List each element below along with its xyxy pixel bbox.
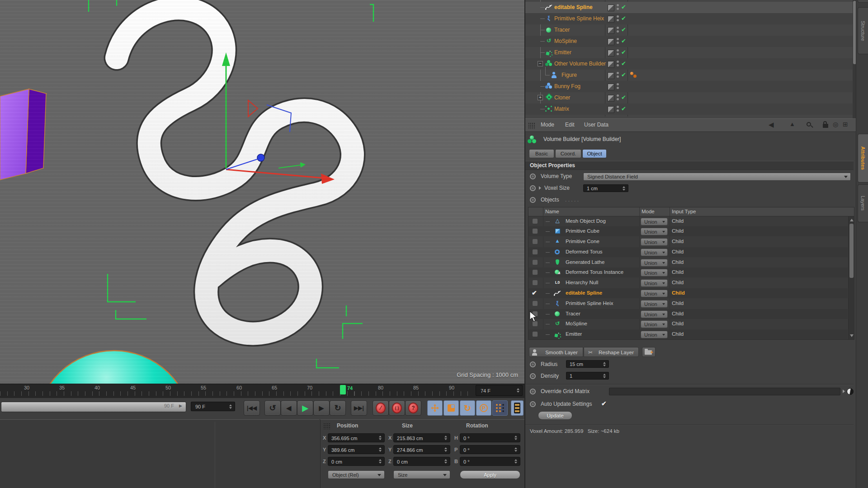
timeline-ruler[interactable]: 30 35 40 45 50 55 60 65 70 80 85 90 74 7… (0, 384, 524, 398)
row-checkbox[interactable] (532, 331, 538, 337)
mode-dropdown[interactable]: Union (641, 300, 668, 308)
enable-check-icon[interactable]: ✔ (621, 49, 626, 56)
row-checkbox[interactable] (532, 249, 538, 255)
enable-check-icon[interactable]: ✔ (621, 105, 626, 112)
table-row[interactable]: △ Mesh Object Dog Union Child (528, 216, 848, 226)
smooth-layer-button[interactable]: Smooth Layer (529, 347, 583, 357)
radius-field[interactable]: 15 cm (566, 360, 609, 368)
parent-up-icon[interactable]: ▲ (789, 121, 795, 127)
object-row[interactable]: Matrix ✔ (525, 103, 857, 115)
enable-check-icon[interactable]: ✔ (621, 15, 626, 22)
object-row[interactable]: ↺ MoSpline ✔ (525, 36, 857, 47)
next-frame-button[interactable]: ▶ (313, 400, 330, 416)
table-row[interactable]: ↺ MoSpline Union Child (528, 319, 848, 329)
override-grid-matrix-field[interactable] (609, 388, 840, 395)
visibility-dots[interactable] (617, 61, 619, 63)
visibility-dots[interactable] (617, 94, 619, 97)
menu-edit[interactable]: Edit (565, 122, 575, 128)
axis-lock-button[interactable] (492, 400, 508, 416)
record-circle-icon[interactable] (530, 389, 536, 394)
rotation-p-field[interactable]: 0 ° (460, 445, 520, 454)
disclosure-triangle-icon[interactable] (539, 186, 541, 190)
table-row[interactable]: Generated Lathe Union Child (528, 258, 848, 267)
current-frame-field[interactable]: 74 F (476, 385, 523, 396)
side-tab-stub[interactable] (858, 0, 868, 3)
tab-attributes[interactable]: Attributes (858, 134, 868, 183)
voxel-size-field[interactable]: 1 cm (583, 184, 628, 192)
mode-dropdown[interactable]: Union (641, 290, 668, 297)
panel-grip-icon[interactable] (323, 423, 330, 429)
record-circle-icon[interactable] (530, 174, 536, 179)
layer-swatch[interactable] (608, 27, 614, 34)
search-icon[interactable] (807, 122, 811, 127)
layer-swatch[interactable] (608, 84, 614, 90)
record-keyframe-button[interactable]: ⁄ (373, 400, 389, 416)
enable-check-icon[interactable]: ✔ (621, 26, 626, 33)
mode-dropdown[interactable]: Union (641, 218, 668, 225)
row-checkbox[interactable] (532, 228, 538, 234)
spinner-icon[interactable] (517, 388, 520, 393)
play-button[interactable]: ▶ (297, 400, 313, 416)
enable-check-icon[interactable]: ✔ (621, 71, 626, 78)
mode-dropdown[interactable]: Union (641, 320, 668, 328)
object-row[interactable]: editable Spline ✔ (525, 2, 857, 13)
rotation-h-field[interactable]: 0 ° (460, 433, 520, 442)
visibility-dots[interactable] (617, 15, 619, 18)
volume-type-dropdown[interactable]: Signed Distance Field (583, 173, 851, 181)
record-circle-icon[interactable] (530, 361, 536, 367)
size-mode-dropdown[interactable]: Size (393, 470, 450, 479)
position-mode-dropdown[interactable]: Object (Rel) (328, 470, 385, 479)
mode-dropdown[interactable]: Union (641, 238, 668, 246)
new-panel-icon[interactable]: ⊞ (843, 121, 848, 128)
rotation-b-field[interactable]: 0 ° (460, 457, 520, 466)
visibility-dots[interactable] (617, 49, 619, 52)
record-circle-icon[interactable] (530, 373, 536, 379)
tab-structure[interactable]: Structure (858, 7, 868, 54)
rotate-tool-button[interactable]: ↻ (460, 400, 475, 416)
table-row[interactable]: Primitive Cube Union Child (528, 226, 848, 236)
check-icon[interactable]: ✔ (532, 289, 537, 296)
goto-start-button[interactable]: |◀◀ (244, 400, 260, 416)
layer-swatch[interactable] (608, 61, 614, 68)
3d-viewport[interactable]: Grid Spacing : 1000 cm (0, 0, 524, 384)
table-row[interactable]: L0 Hierarchy Null Union Child (528, 278, 848, 288)
position-z-field[interactable]: 0 cm (328, 457, 385, 466)
object-row[interactable]: ξ Primitive Spline Heix ✔ (525, 13, 857, 24)
size-y-field[interactable]: 274.866 cm (393, 445, 450, 454)
visibility-dots[interactable] (617, 106, 619, 108)
record-circle-icon[interactable] (530, 401, 536, 407)
keyframe-selection-button[interactable]: ? (405, 400, 421, 416)
picker-icon[interactable] (847, 388, 854, 395)
mode-dropdown[interactable]: Union (641, 249, 668, 256)
table-row[interactable]: Deformed Torus Instance Union Child (528, 267, 848, 277)
range-end-field[interactable]: 90 F (191, 402, 235, 411)
goto-end-button[interactable]: ▶▶| (351, 400, 367, 416)
tab-layers[interactable]: Layers (858, 184, 868, 222)
mode-dropdown[interactable]: Union (641, 269, 668, 277)
tab-object[interactable]: Object (582, 149, 607, 158)
size-z-field[interactable]: 0 cm (393, 457, 450, 466)
size-x-field[interactable]: 215.863 cm (393, 433, 450, 442)
expander-icon[interactable]: + (538, 95, 543, 100)
layer-swatch[interactable] (608, 72, 614, 79)
mode-dropdown[interactable]: Union (641, 331, 668, 338)
density-field[interactable]: 1 (566, 372, 609, 380)
object-row[interactable]: + Cloner ✔ (525, 92, 857, 103)
menu-mode[interactable]: Mode (541, 122, 554, 128)
dopesheet-panel[interactable] (0, 419, 319, 488)
render-view-button[interactable] (511, 400, 524, 416)
move-tool-button[interactable] (427, 400, 443, 416)
enable-check-icon[interactable]: ✔ (621, 60, 626, 67)
mode-dropdown[interactable]: Union (641, 279, 668, 287)
table-row[interactable]: Deformed Torus Union Child (528, 247, 848, 257)
add-folder-button[interactable] (642, 347, 656, 357)
menu-user-data[interactable]: User Data (584, 122, 609, 128)
object-row[interactable]: − Other Volume Builder ✔ (525, 58, 857, 70)
table-row[interactable]: Tracer Union Child (528, 309, 848, 319)
row-checkbox[interactable] (532, 269, 538, 275)
previous-key-button[interactable]: ↺ (264, 400, 281, 416)
mode-dropdown[interactable]: Union (641, 228, 668, 235)
next-key-button[interactable]: ↻ (330, 400, 346, 416)
object-row[interactable]: Tracer ✔ (525, 24, 857, 36)
row-checkbox[interactable] (532, 259, 538, 265)
